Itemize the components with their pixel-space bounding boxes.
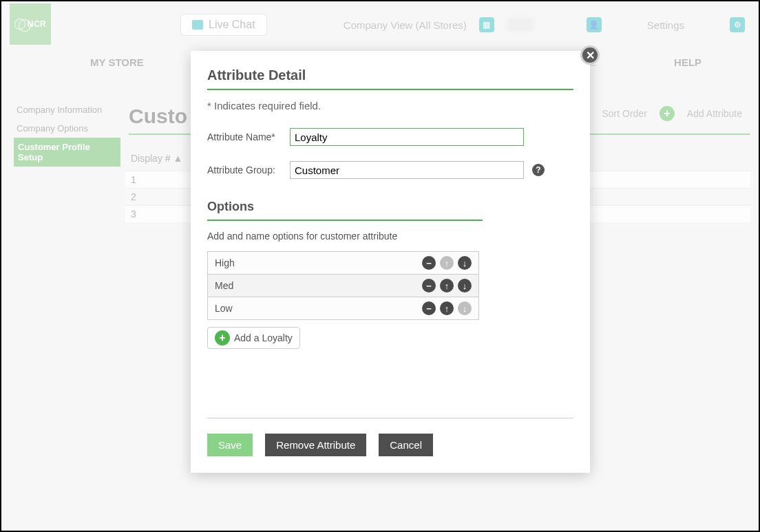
move-up-icon[interactable]: ↑ bbox=[440, 279, 454, 292]
live-chat-label: Live Chat bbox=[209, 19, 255, 31]
move-up-icon: ↑ bbox=[440, 256, 454, 270]
add-icon: + bbox=[659, 106, 675, 121]
attribute-detail-dialog: ✕ Attribute Detail * Indicates required … bbox=[191, 51, 590, 473]
store-icon[interactable]: ▦ bbox=[479, 17, 494, 32]
add-option-label: Add a Loyalty bbox=[234, 332, 293, 343]
company-view-label: Company View (All Stores) bbox=[344, 19, 467, 31]
remove-option-icon[interactable]: − bbox=[422, 301, 436, 315]
move-down-icon: ↓ bbox=[458, 301, 472, 315]
close-icon[interactable]: ✕ bbox=[580, 45, 600, 65]
sidebar-customer-profile-setup[interactable]: Customer Profile Setup bbox=[14, 138, 120, 167]
move-down-icon[interactable]: ↓ bbox=[458, 256, 472, 270]
option-label: Low bbox=[215, 303, 233, 314]
sidebar-company-options[interactable]: Company Options bbox=[14, 119, 120, 138]
dialog-title: Attribute Detail bbox=[207, 67, 573, 83]
redacted-username bbox=[507, 18, 534, 32]
option-label: Med bbox=[215, 280, 233, 291]
move-up-icon[interactable]: ↑ bbox=[440, 301, 454, 315]
remove-option-icon[interactable]: − bbox=[422, 279, 436, 292]
required-note: * Indicates required field. bbox=[207, 100, 573, 111]
add-attribute-link[interactable]: Add Attribute bbox=[687, 108, 742, 119]
options-heading: Options bbox=[207, 200, 573, 214]
logo-rings-icon bbox=[14, 19, 25, 30]
add-option-button[interactable]: + Add a Loyalty bbox=[207, 327, 300, 349]
save-button[interactable]: Save bbox=[207, 434, 253, 456]
user-icon[interactable]: 👤 bbox=[587, 17, 602, 32]
nav-help[interactable]: HELP bbox=[631, 50, 745, 77]
option-label: High bbox=[215, 257, 235, 268]
option-row: Low−↑↓ bbox=[208, 297, 478, 319]
option-row: High−↑↓ bbox=[208, 252, 478, 275]
live-chat-button[interactable]: Live Chat bbox=[180, 14, 267, 36]
attribute-group-label: Attribute Group: bbox=[207, 164, 290, 175]
sort-order-link[interactable]: Sort Order bbox=[602, 108, 646, 119]
options-subtext: Add and name options for customer attrib… bbox=[207, 231, 573, 242]
attribute-name-input[interactable] bbox=[290, 128, 524, 146]
settings-link[interactable]: Settings bbox=[647, 19, 684, 31]
remove-option-icon[interactable]: − bbox=[422, 256, 436, 270]
help-icon[interactable]: ? bbox=[532, 164, 545, 176]
nav-my-store[interactable]: MY STORE bbox=[60, 50, 174, 77]
attribute-name-label: Attribute Name* bbox=[207, 131, 290, 142]
remove-attribute-button[interactable]: Remove Attribute bbox=[265, 434, 366, 456]
brand-logo: NCR bbox=[10, 3, 51, 45]
col-display[interactable]: Display # ▲ bbox=[131, 153, 186, 164]
page-title: Custo bbox=[129, 105, 187, 128]
plus-icon: + bbox=[215, 330, 230, 345]
attribute-group-select[interactable] bbox=[290, 161, 524, 179]
chat-icon bbox=[192, 20, 203, 30]
gear-icon[interactable]: ⚙ bbox=[730, 17, 745, 32]
sidebar-company-information[interactable]: Company Information bbox=[14, 100, 120, 119]
move-down-icon[interactable]: ↓ bbox=[458, 279, 472, 292]
cancel-button[interactable]: Cancel bbox=[379, 434, 433, 456]
option-row: Med−↑↓ bbox=[208, 275, 478, 297]
